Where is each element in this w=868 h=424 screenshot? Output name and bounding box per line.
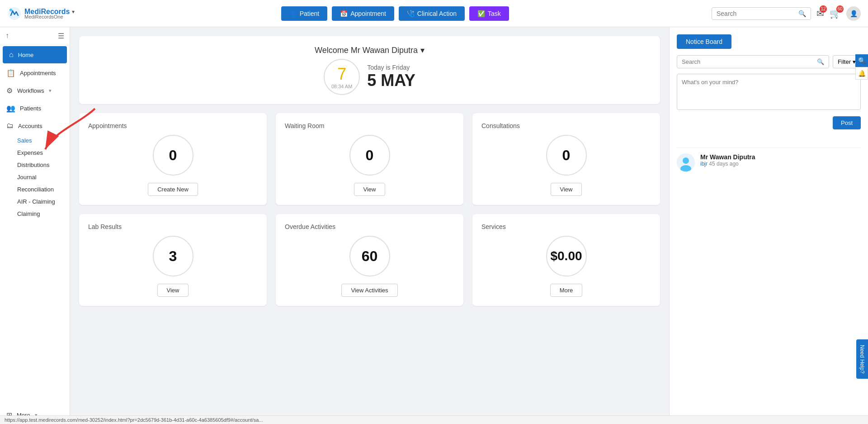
number-consultations: 0 (562, 147, 571, 164)
sidebar-up-icon[interactable]: ↑ (5, 32, 9, 40)
notice-tag: ibjr (700, 161, 708, 167)
task-icon: ✅ (477, 10, 485, 17)
sidebar-home-label: Home (18, 52, 34, 58)
logo-area[interactable]: MediRecords ▾ MediRecordsOne (7, 6, 75, 21)
more-services-button[interactable]: More (550, 284, 583, 297)
circle-consultations: 0 (546, 135, 587, 176)
clock-time: 08:34 AM (331, 84, 352, 89)
sidebar-appointments-label: Appointments (20, 70, 56, 76)
appointment-label: Appointment (350, 10, 386, 17)
sidebar-subitem-expenses[interactable]: Expenses (13, 147, 70, 159)
patient-button[interactable]: 👤 Patient (281, 6, 328, 21)
need-help-button[interactable]: Need Help? (856, 339, 868, 379)
search-icon: 🔍 (798, 10, 806, 17)
task-label: Task (488, 10, 501, 17)
view-activities-button[interactable]: View Activities (341, 284, 397, 297)
sidebar-item-patients[interactable]: 👥 Patients (0, 100, 70, 117)
appointments-icon: 📋 (6, 69, 15, 77)
messages-button[interactable]: ✉ 12 (816, 8, 824, 19)
status-url: https://app.test.medirecords.com/med-302… (5, 417, 263, 423)
welcome-text: Welcome Mr Wawan Diputra (315, 46, 418, 55)
workflows-caret: ▾ (49, 88, 52, 94)
circle-services: $0.00 (546, 236, 587, 276)
topbar-right: 🔍 ✉ 12 🛒 60 👤 (712, 6, 861, 21)
main-content: Welcome Mr Wawan Diputra ▾ 7 08:34 AM To… (70, 27, 669, 424)
welcome-caret[interactable]: ▾ (420, 45, 425, 55)
card-title-overdue-activities: Overdue Activities (285, 223, 335, 230)
post-button[interactable]: Post (833, 116, 861, 129)
number-services: $0.00 (550, 249, 582, 263)
view-lab-results-button[interactable]: View (157, 284, 189, 297)
search-input[interactable] (717, 10, 798, 17)
notice-search-box[interactable]: 🔍 (677, 55, 829, 68)
circle-appointments: 0 (153, 135, 193, 176)
sidebar-workflows-label: Workflows (17, 87, 44, 94)
notice-search-input[interactable] (682, 58, 817, 65)
notice-time: 45 days ago (709, 161, 738, 167)
cart-button[interactable]: 🛒 60 (830, 8, 841, 19)
welcome-title: Welcome Mr Wawan Diputra ▾ (88, 45, 651, 55)
date-day: Today is Friday (367, 64, 415, 71)
global-search[interactable]: 🔍 (712, 7, 811, 20)
notice-search-row: 🔍 Filter ▾ (677, 55, 861, 68)
edge-search-icon[interactable]: 🔍 (855, 54, 868, 67)
card-title-consultations: Consultations (481, 122, 520, 129)
right-panel: Notice Board 🔍 Filter ▾ Post (669, 27, 868, 424)
notice-author-name: Mr Wawan Diputra (700, 153, 755, 161)
layout: ↑ ☰ ⌂ Home 📋 Appointments ⚙ Workflows ▾ … (0, 27, 868, 424)
number-waiting-room: 0 (366, 147, 374, 164)
card-title-services: Services (481, 223, 506, 230)
patients-icon: 👥 (6, 104, 15, 113)
dash-card-overdue-activities: Overdue Activities 60 View Activities (276, 214, 463, 306)
sidebar-subitem-sales[interactable]: Sales (13, 134, 70, 147)
number-lab-results: 3 (169, 248, 177, 265)
sidebar-subitem-air-claiming[interactable]: AIR - Claiming (13, 195, 70, 208)
sidebar-top-icons: ↑ ☰ (0, 27, 70, 45)
patient-icon: 👤 (289, 10, 297, 17)
view-consultations-button[interactable]: View (551, 183, 582, 196)
sidebar-item-workflows[interactable]: ⚙ Workflows ▾ (0, 82, 70, 100)
sidebar-item-appointments[interactable]: 📋 Appointments (0, 64, 70, 82)
home-icon: ⌂ (9, 51, 14, 59)
sidebar-collapse-icon[interactable]: ☰ (58, 32, 64, 40)
card-title-lab-results: Lab Results (88, 223, 122, 230)
svg-point-4 (683, 157, 689, 164)
sidebar-subitem-reconciliation[interactable]: Reconciliation (13, 183, 70, 195)
topbar: MediRecords ▾ MediRecordsOne 👤 Patient 📅… (0, 0, 868, 27)
clinical-label: Clinical Action (417, 10, 457, 17)
accounts-submenu: Sales Expenses Distributions Journal Rec… (0, 134, 70, 220)
dash-card-appointments: Appointments 0 Create New (79, 113, 267, 205)
sidebar-subitem-claiming[interactable]: Claiming (13, 208, 70, 220)
sidebar-item-home[interactable]: ⌂ Home (3, 46, 67, 63)
patient-label: Patient (300, 10, 320, 17)
edge-bell-icon[interactable]: 🔔 (855, 67, 868, 80)
logo-caret: ▾ (72, 9, 75, 15)
sidebar-subitem-journal[interactable]: Journal (13, 171, 70, 183)
view-waiting-room-button[interactable]: View (354, 183, 386, 196)
workflows-icon: ⚙ (6, 86, 13, 95)
notice-board-button[interactable]: Notice Board (677, 34, 731, 49)
clinical-action-button[interactable]: 🩺 Clinical Action (399, 6, 465, 21)
welcome-banner: Welcome Mr Wawan Diputra ▾ 7 08:34 AM To… (79, 36, 660, 104)
task-button[interactable]: ✅ Task (469, 6, 509, 21)
sidebar: ↑ ☰ ⌂ Home 📋 Appointments ⚙ Workflows ▾ … (0, 27, 70, 424)
date-display: Today is Friday 5 MAY (367, 64, 415, 90)
user-avatar[interactable]: 👤 (846, 6, 861, 21)
medirecords-logo (7, 6, 22, 21)
status-bar: https://app.test.medirecords.com/med-302… (0, 415, 868, 424)
notice-search-icon: 🔍 (817, 58, 824, 65)
filter-label: Filter (838, 58, 851, 65)
whats-on-mind-textarea[interactable] (677, 74, 861, 110)
clinical-icon: 🩺 (407, 10, 415, 17)
sidebar-item-accounts[interactable]: 🗂 Accounts (0, 117, 70, 134)
appointment-button[interactable]: 📅 Appointment (332, 6, 394, 21)
sidebar-subitem-distributions[interactable]: Distributions (13, 159, 70, 171)
accounts-icon: 🗂 (6, 122, 14, 130)
circle-waiting-room: 0 (349, 135, 390, 176)
sidebar-accounts-label: Accounts (18, 123, 42, 129)
welcome-clock: 7 08:34 AM Today is Friday 5 MAY (88, 59, 651, 95)
right-edge-icons: 🔍 🔔 (855, 54, 868, 80)
circle-lab-results: 3 (153, 236, 193, 276)
messages-count: 12 (820, 5, 827, 13)
create-new-button[interactable]: Create New (148, 183, 198, 196)
